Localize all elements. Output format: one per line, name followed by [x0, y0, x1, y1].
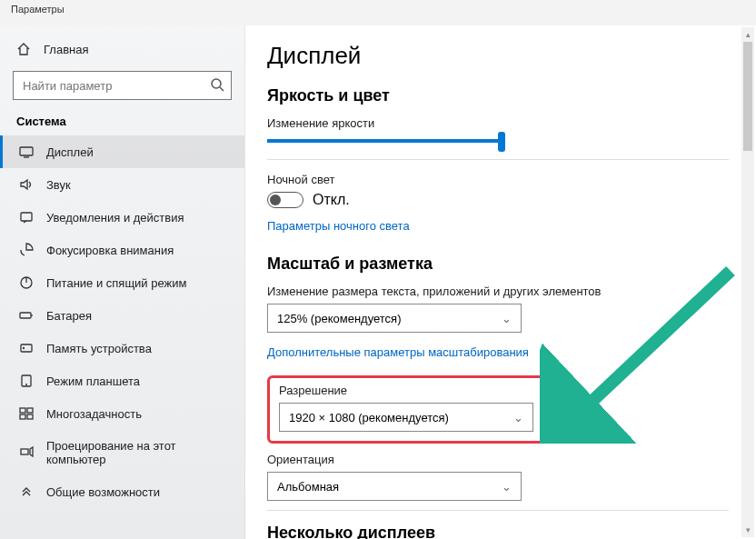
sidebar-item-label: Питание и спящий режим — [46, 276, 186, 290]
search-input[interactable] — [13, 71, 232, 100]
sidebar-item-multitask[interactable]: Многозадачность — [0, 397, 244, 430]
svg-rect-5 — [21, 344, 32, 352]
brightness-slider[interactable] — [267, 139, 503, 143]
svg-rect-2 — [21, 213, 32, 221]
sidebar-item-sound[interactable]: Звук — [0, 168, 244, 201]
sidebar-item-shared[interactable]: Общие возможности — [0, 475, 244, 508]
scrollbar[interactable]: ▴ ▾ — [741, 27, 754, 537]
sidebar-item-focus[interactable]: Фокусировка внимания — [0, 234, 244, 266]
sidebar-item-power[interactable]: Питание и спящий режим — [0, 266, 244, 299]
scroll-up-button[interactable]: ▴ — [741, 27, 754, 42]
search-box[interactable] — [13, 71, 232, 100]
display-icon — [19, 145, 34, 159]
orientation-select[interactable]: Альбомная ⌄ — [267, 472, 522, 501]
sound-icon — [19, 177, 34, 192]
sidebar-item-display[interactable]: Дисплей — [0, 135, 244, 168]
svg-rect-9 — [27, 408, 33, 413]
multitask-icon — [19, 406, 34, 421]
scrollbar-track[interactable] — [741, 42, 754, 523]
night-light-label: Ночной свет — [267, 173, 756, 186]
night-light-link[interactable]: Параметры ночного света — [267, 219, 410, 233]
focus-icon — [19, 243, 34, 257]
sidebar-item-label: Проецирование на этот компьютер — [46, 439, 228, 466]
sidebar-item-label: Дисплей — [46, 145, 94, 159]
divider — [267, 159, 729, 160]
svg-rect-12 — [21, 449, 28, 454]
storage-icon — [19, 341, 34, 355]
svg-rect-8 — [20, 408, 25, 413]
slider-thumb[interactable] — [498, 132, 505, 152]
sidebar-item-label: Память устройства — [46, 342, 152, 355]
chevron-down-icon: ⌄ — [513, 411, 523, 424]
brightness-label: Изменение яркости — [267, 116, 756, 130]
notifications-icon — [19, 210, 34, 225]
scale-link[interactable]: Дополнительные параметры масштабирования — [267, 345, 529, 359]
search-icon — [210, 77, 224, 95]
sidebar-section-title: Система — [0, 111, 244, 135]
night-light-toggle[interactable]: Откл. — [267, 192, 756, 208]
chevron-down-icon: ⌄ — [502, 312, 512, 325]
svg-point-0 — [212, 79, 221, 88]
page-title: Дисплей — [267, 42, 756, 70]
section-multi-title: Несколько дисплеев — [267, 524, 756, 539]
scroll-down-button[interactable]: ▾ — [741, 523, 754, 537]
scrollbar-thumb[interactable] — [743, 42, 752, 151]
resolution-select[interactable]: 1920 × 1080 (рекомендуется) ⌄ — [279, 403, 533, 432]
battery-icon — [19, 308, 34, 323]
resolution-value: 1920 × 1080 (рекомендуется) — [289, 411, 449, 424]
scale-value: 125% (рекомендуется) — [277, 312, 401, 325]
svg-rect-11 — [27, 414, 33, 419]
sidebar-item-storage[interactable]: Память устройства — [0, 332, 244, 364]
scale-select[interactable]: 125% (рекомендуется) ⌄ — [267, 304, 522, 333]
sidebar-item-notifications[interactable]: Уведомления и действия — [0, 201, 244, 234]
toggle-track[interactable] — [267, 192, 303, 208]
resolution-label: Разрешение — [279, 384, 533, 397]
orientation-value: Альбомная — [277, 480, 339, 494]
svg-point-6 — [24, 348, 25, 349]
sidebar-home[interactable]: Главная — [0, 36, 244, 62]
sidebar-item-label: Фокусировка внимания — [46, 244, 174, 257]
sidebar-item-label: Многозадачность — [46, 407, 142, 421]
sidebar-home-label: Главная — [44, 43, 88, 56]
sidebar-item-battery[interactable]: Батарея — [0, 299, 244, 332]
svg-rect-1 — [20, 147, 33, 155]
chevron-down-icon: ⌄ — [502, 480, 512, 494]
resolution-highlight: Разрешение 1920 × 1080 (рекомендуется) ⌄ — [267, 375, 545, 444]
sidebar-item-label: Режим планшета — [46, 374, 140, 388]
sidebar-item-label: Батарея — [46, 309, 92, 323]
main-panel: Дисплей Яркость и цвет Изменение яркости… — [245, 25, 756, 539]
section-brightness-title: Яркость и цвет — [267, 86, 756, 105]
night-light-state: Откл. — [313, 192, 350, 208]
svg-rect-4 — [20, 313, 31, 318]
sidebar-item-label: Уведомления и действия — [46, 211, 184, 225]
power-icon — [19, 275, 34, 290]
divider — [267, 510, 729, 511]
toggle-knob — [270, 195, 281, 205]
project-icon — [19, 445, 34, 460]
sidebar-item-label: Общие возможности — [46, 485, 160, 499]
tablet-icon — [19, 374, 34, 388]
sidebar: Главная Система Дисплей Звук Уведомления… — [0, 25, 245, 539]
sidebar-item-label: Звук — [46, 178, 71, 192]
home-icon — [16, 42, 31, 56]
shared-icon — [19, 484, 34, 499]
sidebar-item-project[interactable]: Проецирование на этот компьютер — [0, 430, 244, 475]
scale-label: Изменение размера текста, приложений и д… — [267, 284, 756, 298]
sidebar-item-tablet[interactable]: Режим планшета — [0, 364, 244, 397]
window-title: Параметры — [0, 0, 756, 25]
svg-rect-10 — [20, 414, 25, 419]
section-scale-title: Масштаб и разметка — [267, 255, 756, 274]
orientation-label: Ориентация — [267, 453, 756, 466]
